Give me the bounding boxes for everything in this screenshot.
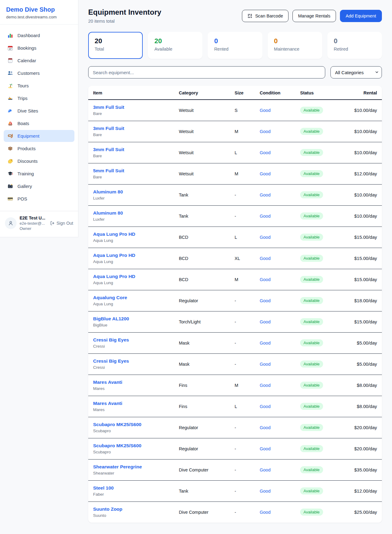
item-name-link[interactable]: Aqua Lung Pro HD — [93, 253, 169, 258]
table-body: 3mm Full Suit Bare Wetsuit S Good Availa… — [88, 100, 382, 523]
condition-link[interactable]: Good — [260, 341, 270, 345]
equipment-row[interactable]: Aqualung Core Aqua Lung Regulator - Good… — [88, 290, 382, 311]
condition-link[interactable]: Good — [260, 171, 270, 176]
equipment-row[interactable]: Shearwater Peregrine Shearwater Dive Com… — [88, 459, 382, 480]
size-cell: M — [230, 375, 255, 396]
item-name-link[interactable]: Cressi Big Eyes — [93, 337, 169, 343]
equipment-row[interactable]: Mares Avanti Mares Fins M Good Available — [88, 375, 382, 396]
condition-link[interactable]: Good — [260, 150, 270, 155]
category-select[interactable]: All Categories — [330, 66, 382, 78]
equipment-row[interactable]: BigBlue AL1200 BigBlue Torch/Light - Goo… — [88, 311, 382, 332]
stat-card[interactable]: 0 Maintenance — [268, 32, 322, 59]
stat-card[interactable]: 0 Retired — [327, 32, 382, 59]
item-name-link[interactable]: 3mm Full Suit — [93, 126, 169, 131]
item-name-link[interactable]: Steel 100 — [93, 485, 169, 491]
nav-item-icon — [7, 196, 13, 202]
item-name-link[interactable]: Aqua Lung Pro HD — [93, 231, 169, 237]
item-name-link[interactable]: Scubapro MK25/S600 — [93, 422, 169, 427]
equipment-row[interactable]: Aqua Lung Pro HD Aqua Lung BCD L Good Av… — [88, 227, 382, 248]
equipment-row[interactable]: Aluminum 80 Luxfer Tank - Good Available — [88, 184, 382, 205]
manage-rentals-button[interactable]: Manage Rentals — [292, 10, 336, 22]
equipment-row[interactable]: 3mm Full Suit Bare Wetsuit L Good Availa… — [88, 142, 382, 163]
item-name-link[interactable]: 3mm Full Suit — [93, 147, 169, 152]
size-cell: L — [230, 227, 255, 248]
nav-item-icon — [7, 95, 13, 101]
condition-link[interactable]: Good — [260, 404, 270, 409]
sidebar-nav-item[interactable]: Discounts — [4, 155, 74, 167]
status-badge: Available — [300, 466, 323, 473]
sidebar-nav-item[interactable]: Dashboard — [4, 29, 74, 41]
sidebar-nav-item[interactable]: Gallery — [4, 180, 74, 192]
condition-link[interactable]: Good — [260, 425, 270, 430]
item-name-link[interactable]: Shearwater Peregrine — [93, 464, 169, 470]
sidebar-nav-item[interactable]: Customers — [4, 67, 74, 79]
item-name-link[interactable]: BigBlue AL1200 — [93, 316, 169, 322]
condition-link[interactable]: Good — [260, 193, 270, 197]
item-name-link[interactable]: Scubapro MK25/S600 — [93, 443, 169, 448]
equipment-row[interactable]: Suunto Zoop Suunto Dive Computer - Good … — [88, 502, 382, 523]
equipment-row[interactable]: 3mm Full Suit Bare Wetsuit S Good Availa… — [88, 100, 382, 121]
item-name-link[interactable]: 3mm Full Suit — [93, 105, 169, 110]
sidebar-nav-item[interactable]: Dive Sites — [4, 105, 74, 117]
equipment-row[interactable]: Aluminum 80 Luxfer Tank - Good Available — [88, 205, 382, 227]
item-name-link[interactable]: Aqua Lung Pro HD — [93, 274, 169, 279]
item-name-link[interactable]: Suunto Zoop — [93, 506, 169, 512]
search-input[interactable] — [88, 66, 325, 78]
col-header-category: Category — [174, 86, 230, 100]
sidebar-nav-item[interactable]: Trips — [4, 92, 74, 104]
condition-cell: Good — [255, 502, 295, 523]
sidebar-nav-item[interactable]: Equipment — [4, 130, 74, 142]
sidebar-nav-item[interactable]: Products — [4, 143, 74, 154]
equipment-row[interactable]: 5mm Full Suit Bare Wetsuit M Good Availa… — [88, 163, 382, 184]
item-name-link[interactable]: 5mm Full Suit — [93, 168, 169, 174]
stat-card[interactable]: 20 Total — [88, 32, 143, 59]
stat-card[interactable]: 20 Available — [148, 32, 202, 59]
sidebar-nav-item[interactable]: 17 Bookings — [4, 42, 74, 54]
equipment-row[interactable]: Aqua Lung Pro HD Aqua Lung BCD M Good Av… — [88, 269, 382, 290]
equipment-row[interactable]: Steel 100 Faber Tank - Good Available — [88, 480, 382, 502]
condition-link[interactable]: Good — [260, 446, 270, 451]
equipment-row[interactable]: Aqua Lung Pro HD Aqua Lung BCD XL Good A… — [88, 248, 382, 269]
condition-link[interactable]: Good — [260, 489, 270, 494]
sidebar-nav-item[interactable]: Training — [4, 168, 74, 180]
condition-link[interactable]: Good — [260, 510, 270, 515]
condition-link[interactable]: Good — [260, 298, 270, 303]
item-name-link[interactable]: Aluminum 80 — [93, 210, 169, 216]
condition-link[interactable]: Good — [260, 383, 270, 388]
condition-link[interactable]: Good — [260, 319, 270, 324]
item-name-link[interactable]: Mares Avanti — [93, 401, 169, 406]
condition-link[interactable]: Good — [260, 467, 270, 472]
sidebar-nav-item[interactable]: Tours — [4, 80, 74, 92]
equipment-row[interactable]: Cressi Big Eyes Cressi Mask - Good Avail… — [88, 353, 382, 375]
stat-label: Total — [95, 47, 136, 51]
stat-card[interactable]: 0 Rented — [208, 32, 262, 59]
condition-link[interactable]: Good — [260, 108, 270, 113]
condition-link[interactable]: Good — [260, 362, 270, 367]
condition-link[interactable]: Good — [260, 214, 270, 219]
nav-item-icon — [7, 32, 13, 38]
condition-link[interactable]: Good — [260, 235, 270, 240]
add-equipment-button[interactable]: Add Equipment — [340, 10, 382, 22]
sidebar-nav-item[interactable]: Calendar — [4, 55, 74, 67]
condition-link[interactable]: Good — [260, 256, 270, 261]
equipment-row[interactable]: Cressi Big Eyes Cressi Mask - Good Avail… — [88, 332, 382, 353]
col-header-item: Item — [88, 86, 174, 100]
sign-out-button[interactable]: Sign Out — [50, 221, 73, 226]
equipment-row[interactable]: Scubapro MK25/S600 Scubapro Regulator - … — [88, 417, 382, 438]
equipment-row[interactable]: Scubapro MK25/S600 Scubapro Regulator - … — [88, 438, 382, 459]
equipment-row[interactable]: 3mm Full Suit Bare Wetsuit M Good Availa… — [88, 121, 382, 142]
scan-barcode-button[interactable]: Scan Barcode — [242, 10, 288, 22]
status-badge: Available — [300, 318, 323, 325]
item-name-link[interactable]: Aluminum 80 — [93, 189, 169, 195]
nav-item-label: Products — [17, 146, 36, 151]
item-name-link[interactable]: Mares Avanti — [93, 380, 169, 385]
condition-link[interactable]: Good — [260, 277, 270, 282]
size-cell: - — [230, 205, 255, 227]
item-name-link[interactable]: Cressi Big Eyes — [93, 358, 169, 364]
item-name-link[interactable]: Aqualung Core — [93, 295, 169, 300]
sidebar-nav-item[interactable]: POS — [4, 193, 74, 205]
equipment-row[interactable]: Mares Avanti Mares Fins L Good Available — [88, 396, 382, 417]
sidebar-nav-item[interactable]: Boats — [4, 117, 74, 129]
item-cell: Steel 100 Faber — [88, 480, 174, 502]
condition-link[interactable]: Good — [260, 129, 270, 134]
